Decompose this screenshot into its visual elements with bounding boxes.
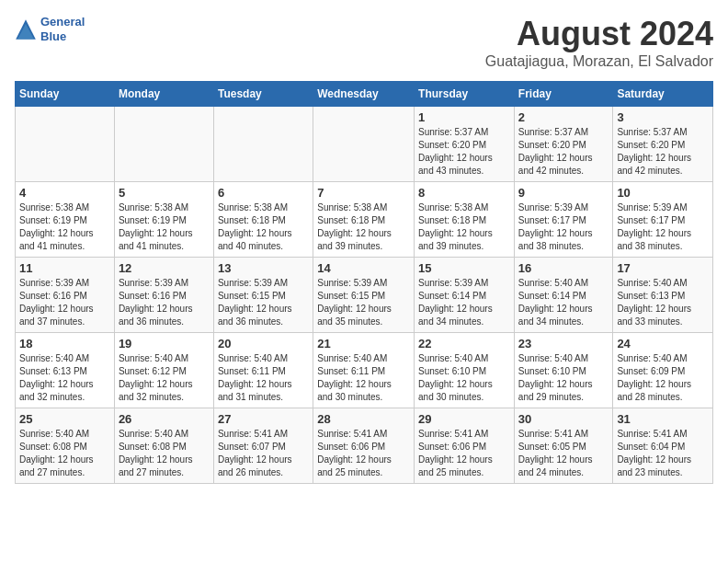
day-info: Sunrise: 5:38 AM Sunset: 6:19 PM Dayligh… [19, 201, 110, 253]
page-header: General Blue August 2024 Guatajiagua, Mo… [15, 15, 713, 70]
calendar-week-1: 1Sunrise: 5:37 AM Sunset: 6:20 PM Daylig… [16, 107, 713, 182]
day-number: 17 [617, 261, 709, 275]
day-number: 25 [19, 412, 110, 426]
day-info: Sunrise: 5:40 AM Sunset: 6:13 PM Dayligh… [617, 277, 709, 328]
calendar-cell: 16Sunrise: 5:40 AM Sunset: 6:14 PM Dayli… [514, 258, 613, 333]
calendar-cell: 3Sunrise: 5:37 AM Sunset: 6:20 PM Daylig… [613, 107, 713, 182]
day-number: 12 [119, 261, 210, 275]
calendar-cell: 5Sunrise: 5:38 AM Sunset: 6:19 PM Daylig… [114, 182, 213, 258]
calendar-cell: 18Sunrise: 5:40 AM Sunset: 6:13 PM Dayli… [16, 333, 115, 408]
calendar-cell: 13Sunrise: 5:39 AM Sunset: 6:15 PM Dayli… [213, 258, 313, 333]
weekday-header-monday: Monday [114, 82, 213, 107]
day-info: Sunrise: 5:41 AM Sunset: 6:06 PM Dayligh… [317, 428, 410, 479]
day-number: 16 [518, 261, 609, 275]
calendar-cell: 24Sunrise: 5:40 AM Sunset: 6:09 PM Dayli… [613, 333, 713, 408]
day-number: 2 [518, 110, 609, 124]
weekday-header-sunday: Sunday [16, 82, 115, 107]
day-info: Sunrise: 5:40 AM Sunset: 6:12 PM Dayligh… [119, 352, 210, 404]
subtitle: Guatajiagua, Morazan, El Salvador [485, 53, 713, 70]
calendar-cell: 25Sunrise: 5:40 AM Sunset: 6:08 PM Dayli… [16, 408, 115, 484]
logo: General Blue [15, 15, 85, 43]
day-info: Sunrise: 5:40 AM Sunset: 6:10 PM Dayligh… [418, 352, 510, 404]
calendar-table: SundayMondayTuesdayWednesdayThursdayFrid… [15, 81, 713, 484]
calendar-cell: 6Sunrise: 5:38 AM Sunset: 6:18 PM Daylig… [213, 182, 313, 258]
calendar-cell: 8Sunrise: 5:38 AM Sunset: 6:18 PM Daylig… [415, 182, 515, 258]
day-number: 4 [19, 186, 110, 200]
day-info: Sunrise: 5:38 AM Sunset: 6:18 PM Dayligh… [418, 201, 510, 253]
calendar-cell: 19Sunrise: 5:40 AM Sunset: 6:12 PM Dayli… [114, 333, 213, 408]
calendar-cell: 20Sunrise: 5:40 AM Sunset: 6:11 PM Dayli… [213, 333, 313, 408]
day-number: 10 [617, 186, 709, 200]
calendar-week-4: 18Sunrise: 5:40 AM Sunset: 6:13 PM Dayli… [16, 333, 713, 408]
calendar-cell: 7Sunrise: 5:38 AM Sunset: 6:18 PM Daylig… [313, 182, 415, 258]
day-info: Sunrise: 5:38 AM Sunset: 6:18 PM Dayligh… [317, 201, 410, 253]
logo-text: General Blue [40, 15, 85, 43]
calendar-cell: 17Sunrise: 5:40 AM Sunset: 6:13 PM Dayli… [613, 258, 713, 333]
calendar-cell: 1Sunrise: 5:37 AM Sunset: 6:20 PM Daylig… [415, 107, 515, 182]
day-number: 31 [617, 412, 709, 426]
calendar-cell: 15Sunrise: 5:39 AM Sunset: 6:14 PM Dayli… [415, 258, 515, 333]
calendar-cell: 21Sunrise: 5:40 AM Sunset: 6:11 PM Dayli… [313, 333, 415, 408]
day-number: 13 [218, 261, 309, 275]
day-info: Sunrise: 5:40 AM Sunset: 6:08 PM Dayligh… [19, 428, 110, 479]
calendar-cell: 12Sunrise: 5:39 AM Sunset: 6:16 PM Dayli… [114, 258, 213, 333]
day-number: 23 [518, 337, 609, 350]
day-info: Sunrise: 5:39 AM Sunset: 6:17 PM Dayligh… [617, 201, 709, 253]
calendar-cell: 10Sunrise: 5:39 AM Sunset: 6:17 PM Dayli… [613, 182, 713, 258]
day-number: 8 [418, 186, 510, 200]
day-info: Sunrise: 5:40 AM Sunset: 6:11 PM Dayligh… [218, 352, 309, 404]
day-number: 7 [317, 186, 410, 200]
day-info: Sunrise: 5:40 AM Sunset: 6:14 PM Dayligh… [518, 277, 609, 328]
calendar-cell: 26Sunrise: 5:40 AM Sunset: 6:08 PM Dayli… [114, 408, 213, 484]
calendar-cell [16, 107, 115, 182]
calendar-cell [114, 107, 213, 182]
day-info: Sunrise: 5:41 AM Sunset: 6:07 PM Dayligh… [218, 428, 309, 479]
day-number: 24 [617, 337, 709, 350]
weekday-header-wednesday: Wednesday [313, 82, 415, 107]
calendar-cell [213, 107, 313, 182]
calendar-header: SundayMondayTuesdayWednesdayThursdayFrid… [16, 82, 713, 107]
day-number: 27 [218, 412, 309, 426]
calendar-cell: 4Sunrise: 5:38 AM Sunset: 6:19 PM Daylig… [16, 182, 115, 258]
calendar-week-5: 25Sunrise: 5:40 AM Sunset: 6:08 PM Dayli… [16, 408, 713, 484]
weekday-header-friday: Friday [514, 82, 613, 107]
logo-icon [15, 18, 37, 40]
day-info: Sunrise: 5:40 AM Sunset: 6:09 PM Dayligh… [617, 352, 709, 404]
main-title: August 2024 [485, 15, 713, 53]
day-number: 1 [418, 110, 510, 124]
day-number: 5 [119, 186, 210, 200]
day-number: 11 [19, 261, 110, 275]
day-info: Sunrise: 5:37 AM Sunset: 6:20 PM Dayligh… [418, 126, 510, 178]
day-number: 15 [418, 261, 510, 275]
day-info: Sunrise: 5:39 AM Sunset: 6:16 PM Dayligh… [119, 277, 210, 328]
day-info: Sunrise: 5:39 AM Sunset: 6:14 PM Dayligh… [418, 277, 510, 328]
weekday-row: SundayMondayTuesdayWednesdayThursdayFrid… [16, 82, 713, 107]
day-number: 22 [418, 337, 510, 350]
calendar-cell: 23Sunrise: 5:40 AM Sunset: 6:10 PM Dayli… [514, 333, 613, 408]
day-number: 3 [617, 110, 709, 124]
day-info: Sunrise: 5:39 AM Sunset: 6:15 PM Dayligh… [317, 277, 410, 328]
calendar-cell: 27Sunrise: 5:41 AM Sunset: 6:07 PM Dayli… [213, 408, 313, 484]
day-number: 21 [317, 337, 410, 350]
logo-line2: Blue [40, 29, 85, 44]
calendar-cell: 31Sunrise: 5:41 AM Sunset: 6:04 PM Dayli… [613, 408, 713, 484]
calendar-cell: 29Sunrise: 5:41 AM Sunset: 6:06 PM Dayli… [415, 408, 515, 484]
logo-line1: General [40, 15, 85, 29]
day-info: Sunrise: 5:39 AM Sunset: 6:17 PM Dayligh… [518, 201, 609, 253]
calendar-cell: 2Sunrise: 5:37 AM Sunset: 6:20 PM Daylig… [514, 107, 613, 182]
day-info: Sunrise: 5:41 AM Sunset: 6:06 PM Dayligh… [418, 428, 510, 479]
calendar-body: 1Sunrise: 5:37 AM Sunset: 6:20 PM Daylig… [16, 107, 713, 484]
day-info: Sunrise: 5:40 AM Sunset: 6:10 PM Dayligh… [518, 352, 609, 404]
day-number: 29 [418, 412, 510, 426]
calendar-cell: 9Sunrise: 5:39 AM Sunset: 6:17 PM Daylig… [514, 182, 613, 258]
day-info: Sunrise: 5:39 AM Sunset: 6:15 PM Dayligh… [218, 277, 309, 328]
calendar-cell: 22Sunrise: 5:40 AM Sunset: 6:10 PM Dayli… [415, 333, 515, 408]
day-info: Sunrise: 5:41 AM Sunset: 6:05 PM Dayligh… [518, 428, 609, 479]
weekday-header-tuesday: Tuesday [213, 82, 313, 107]
day-info: Sunrise: 5:37 AM Sunset: 6:20 PM Dayligh… [617, 126, 709, 178]
day-number: 9 [518, 186, 609, 200]
day-number: 28 [317, 412, 410, 426]
day-info: Sunrise: 5:38 AM Sunset: 6:19 PM Dayligh… [119, 201, 210, 253]
day-number: 20 [218, 337, 309, 350]
calendar-week-3: 11Sunrise: 5:39 AM Sunset: 6:16 PM Dayli… [16, 258, 713, 333]
